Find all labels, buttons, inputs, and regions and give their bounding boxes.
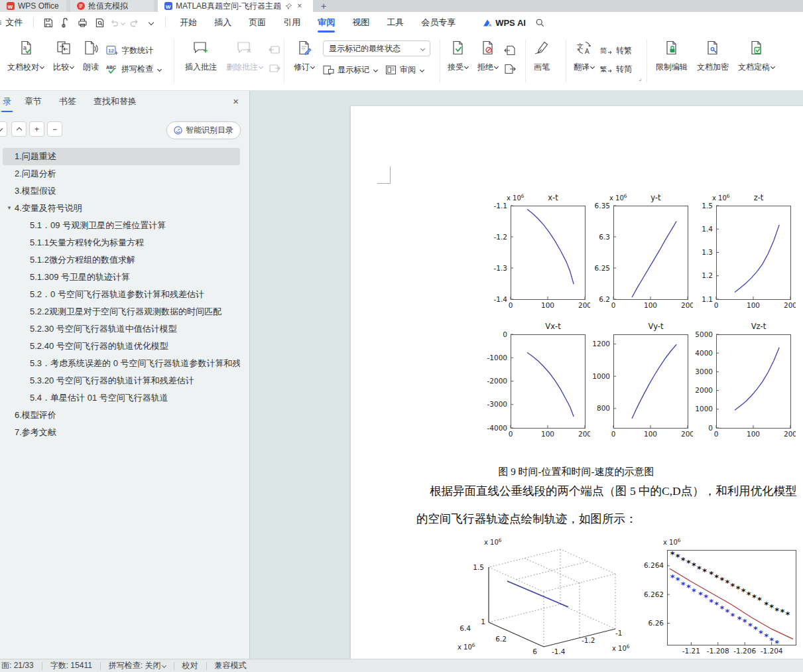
menu-file[interactable]: 文件	[1, 12, 28, 33]
toc-item[interactable]: 5.2.2观测卫星对于空间飞行器观测数据的时间匹配	[3, 303, 240, 320]
insert-comment-button[interactable]: 插入批注	[180, 36, 221, 74]
proofread-button[interactable]: a 文档校对	[3, 36, 48, 74]
previous-revision-button[interactable]	[504, 41, 516, 60]
tab-chapters[interactable]: 章节	[25, 91, 42, 113]
toc-item[interactable]: 2.问题分析	[3, 165, 240, 182]
toc-collapse-all-button[interactable]	[0, 121, 7, 137]
spellcheck-status[interactable]: 拼写检查: 关闭	[101, 660, 174, 671]
group-expand-icon[interactable]: ⌟	[639, 74, 642, 82]
toc-item[interactable]: 5.3．考虑系统误差的 0 号空间飞行器轨道参数计算和残 ...	[3, 355, 240, 372]
smart-toc-button[interactable]: 智能识别目录	[166, 121, 241, 139]
toc-zoom-in-button[interactable]: +	[29, 121, 44, 137]
wps-logo-icon: W	[7, 2, 15, 10]
toc-item-label: 5.2.40 号空间飞行器的轨道优化模型	[30, 341, 168, 351]
menu-item-会员专享[interactable]: 会员专享	[412, 12, 464, 33]
margin-corner-mark	[377, 167, 391, 184]
search-icon[interactable]	[532, 15, 547, 30]
svg-text:*: *	[743, 617, 747, 627]
ink-pen-button[interactable]: 画笔	[528, 36, 555, 74]
new-tab-button[interactable]: +	[321, 1, 326, 11]
translate-button[interactable]: 文A 翻译	[569, 36, 599, 74]
redo-icon[interactable]	[127, 15, 141, 30]
menu-item-插入[interactable]: 插入	[206, 12, 240, 33]
divider	[566, 39, 566, 83]
restrict-editing-button[interactable]: 限制编辑	[651, 36, 692, 74]
show-markup-button[interactable]: 显示标记	[323, 60, 377, 79]
toc-item[interactable]: 5.2.30 号空间飞行器轨道中值估计模型	[3, 320, 240, 338]
app-tab-home[interactable]: W WPS Office	[0, 0, 66, 12]
docer-icon	[77, 2, 85, 10]
word-count-status[interactable]: 字数: 15411	[42, 660, 100, 671]
markup-state-dropdown[interactable]: 显示标记的最终状态	[323, 40, 430, 56]
svg-text:*: *	[752, 592, 757, 602]
app-tab-docer[interactable]: 抢值充模拟	[70, 0, 154, 12]
word-count-button[interactable]: 12 字数统计	[106, 41, 161, 60]
svg-text:100: 100	[644, 430, 657, 438]
collapse-arrow-icon[interactable]: ▼	[7, 200, 12, 217]
toc-expand-all-button[interactable]	[11, 121, 27, 137]
toc-item[interactable]: ▼4.变量及符号说明	[3, 200, 240, 217]
svg-text:1.5: 1.5	[473, 563, 484, 571]
toc-item[interactable]: 1.问题重述	[3, 148, 240, 165]
svg-text:0: 0	[611, 301, 616, 309]
toc-item[interactable]: 5.1.1矢量方程转化为标量方程	[3, 234, 240, 251]
encrypt-document-button[interactable]: 文档加密	[692, 36, 733, 74]
export-pdf-icon[interactable]	[58, 15, 72, 30]
toc-item[interactable]: 3.模型假设	[3, 182, 240, 200]
divider	[33, 17, 34, 28]
compare-button[interactable]: 比较	[48, 36, 78, 74]
toc-item[interactable]: 5.1.2微分方程组的数值求解	[3, 251, 240, 269]
accept-revision-button[interactable]: 接受	[443, 36, 473, 74]
proofread-status-button[interactable]: 校对	[174, 660, 206, 671]
menu-item-开始[interactable]: 开始	[171, 12, 206, 33]
svg-text:100: 100	[747, 430, 760, 438]
divider	[525, 39, 526, 83]
undo-icon[interactable]	[109, 15, 124, 30]
tab-find-replace[interactable]: 查找和替换	[93, 91, 137, 113]
toc-zoom-out-button[interactable]: −	[47, 121, 62, 137]
menu-item-视图[interactable]: 视图	[343, 12, 378, 33]
toc-item[interactable]: 5.2.40 号空间飞行器的轨道优化模型	[3, 338, 240, 355]
quickbar-more-icon[interactable]	[144, 15, 158, 30]
menu-item-页面[interactable]: 页面	[240, 12, 275, 33]
previous-comment-button[interactable]	[269, 41, 280, 60]
menu-item-工具[interactable]: 工具	[378, 12, 412, 33]
toc-item[interactable]: 5.3.20 号空间飞行器的轨道计算和残差估计	[3, 372, 240, 389]
print-icon[interactable]	[75, 15, 90, 30]
next-comment-button[interactable]	[269, 60, 280, 78]
close-tab-icon[interactable]: ×	[297, 3, 302, 9]
read-aloud-button[interactable]: 朗读	[78, 36, 103, 74]
toc-item[interactable]: 5.2．0 号空间飞行器轨道参数计算和残差估计	[3, 286, 240, 303]
toc-item[interactable]: 5.1.309 号卫星的轨迹计算	[3, 269, 240, 286]
menu-item-审阅[interactable]: 审阅	[309, 12, 343, 33]
svg-text:0: 0	[714, 301, 719, 309]
wps-ai-icon	[483, 19, 493, 27]
toc-item[interactable]: 7.参考文献	[3, 424, 240, 441]
toc-item[interactable]: 5.4．单星估计 01 号空间飞行器轨道	[3, 389, 240, 407]
page-indicator[interactable]: 面: 21/33	[0, 660, 42, 671]
menu-item-引用[interactable]: 引用	[275, 12, 309, 33]
pin-icon[interactable]	[285, 3, 292, 10]
tab-bookmarks[interactable]: 书签	[59, 91, 76, 113]
reject-revision-button[interactable]: 拒绝	[473, 36, 503, 74]
track-changes-button[interactable]: 修订	[289, 36, 319, 74]
simplified-to-traditional-button[interactable]: 简 转繁	[600, 41, 632, 60]
wps-ai-button[interactable]: WPS AI	[483, 18, 526, 28]
close-sidebar-icon[interactable]: ×	[233, 96, 239, 107]
spell-check-button[interactable]: ABC 拼写检查	[106, 60, 161, 78]
svg-text:z-t: z-t	[754, 193, 764, 202]
finalize-document-button[interactable]: 文档定稿	[733, 36, 779, 74]
delete-comment-button[interactable]: 删除批注	[221, 36, 267, 74]
next-revision-button[interactable]	[504, 60, 516, 78]
review-pane-button[interactable]: 审阅	[385, 60, 424, 79]
toc-item[interactable]: 5.1．09 号观测卫星的三维位置计算	[3, 217, 240, 234]
print-preview-icon[interactable]	[92, 15, 107, 30]
toc-item[interactable]: 6.模型评价	[3, 407, 240, 424]
document-tab-active[interactable]: W MATLAB真题空间-飞行器主题 ×	[158, 0, 313, 12]
toc-item-label: 2.问题分析	[15, 168, 56, 178]
traditional-to-simplified-button[interactable]: 繁 转简	[600, 60, 632, 78]
svg-text:*: *	[725, 607, 730, 617]
tab-toc[interactable]: 录	[3, 91, 11, 113]
save-icon[interactable]	[40, 15, 55, 30]
document-viewport[interactable]: 0100200-1.1-1.2-1.3-1.4x-tx 106 01002006…	[250, 91, 803, 659]
